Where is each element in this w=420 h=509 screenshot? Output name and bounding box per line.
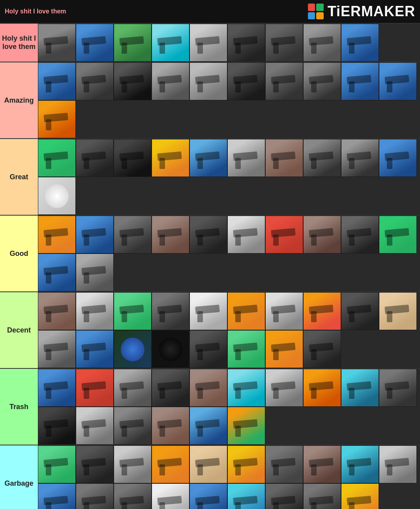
list-item <box>152 445 189 483</box>
list-item <box>38 254 76 291</box>
tier-label-trash: Trash <box>0 369 38 445</box>
tiermaker-text: TiERMAKER <box>328 3 415 20</box>
list-item <box>379 216 417 254</box>
list-item <box>265 62 303 100</box>
list-item <box>303 445 341 483</box>
list-item <box>38 216 76 254</box>
list-item <box>38 483 76 509</box>
list-item <box>341 24 379 62</box>
list-item <box>76 254 114 291</box>
list-item <box>189 292 227 330</box>
list-item <box>114 407 152 445</box>
tier-items-great <box>38 139 420 215</box>
list-item <box>38 62 76 100</box>
logo-cell-3 <box>308 12 315 20</box>
list-item <box>265 445 303 483</box>
list-item <box>341 139 379 177</box>
list-item <box>303 24 341 62</box>
list-item <box>341 369 379 407</box>
list-item <box>227 24 265 62</box>
logo-cell-2 <box>316 4 324 11</box>
list-item <box>265 216 303 254</box>
tier-row-great: Great <box>0 139 420 216</box>
list-item <box>114 483 152 509</box>
list-item <box>76 216 114 254</box>
list-item <box>38 177 76 215</box>
list-item <box>379 369 417 407</box>
logo-cell-4 <box>316 12 324 20</box>
list-item <box>152 369 189 407</box>
list-item <box>76 407 114 445</box>
tier-row-trash: Trash <box>0 369 420 445</box>
tier-row-holy-shit: Holy shit I love them <box>0 24 420 62</box>
list-item <box>227 216 265 254</box>
tier-label-good: Good <box>0 216 38 291</box>
tier-row-good: Good <box>0 216 420 292</box>
list-item <box>152 483 189 509</box>
list-item <box>189 369 227 407</box>
logo-cell-1 <box>308 4 315 11</box>
tier-items-garbage <box>38 445 420 509</box>
list-item <box>189 330 227 368</box>
list-item <box>152 330 189 368</box>
list-item <box>114 445 152 483</box>
tier-row-garbage: Garbage <box>0 445 420 509</box>
list-item <box>227 292 265 330</box>
tier-items-amazing <box>38 62 420 138</box>
tier-items-trash <box>38 369 420 445</box>
list-item <box>38 369 76 407</box>
list-item <box>341 62 379 100</box>
list-item <box>38 330 76 368</box>
tier-label-great: Great <box>0 139 38 215</box>
list-item <box>379 445 417 483</box>
list-item <box>114 216 152 254</box>
list-item <box>303 292 341 330</box>
list-item <box>341 483 379 509</box>
list-item <box>303 330 341 368</box>
list-item <box>341 292 379 330</box>
list-item <box>189 407 227 445</box>
list-item <box>114 292 152 330</box>
list-item <box>227 407 265 445</box>
tier-items-decent <box>38 292 420 368</box>
list-item <box>265 24 303 62</box>
tiermaker-logo: TiERMAKER <box>308 3 415 20</box>
list-item <box>227 483 265 509</box>
list-item <box>265 483 303 509</box>
list-item <box>38 100 76 138</box>
list-item <box>265 369 303 407</box>
list-item <box>189 216 227 254</box>
list-item <box>341 445 379 483</box>
tier-row-decent: Decent <box>0 292 420 369</box>
tier-items-good <box>38 216 420 291</box>
list-item <box>152 407 189 445</box>
list-item <box>379 292 417 330</box>
list-item <box>227 62 265 100</box>
list-item <box>227 369 265 407</box>
list-item <box>76 292 114 330</box>
list-item <box>38 139 76 177</box>
header: Holy shit I love them TiERMAKER <box>0 0 420 24</box>
list-item <box>114 369 152 407</box>
list-item <box>152 139 189 177</box>
list-item <box>76 483 114 509</box>
list-item <box>114 24 152 62</box>
list-item <box>76 445 114 483</box>
list-item <box>152 62 189 100</box>
list-item <box>379 139 417 177</box>
list-item <box>265 292 303 330</box>
tier-row-amazing: Amazing <box>0 62 420 139</box>
list-item <box>189 483 227 509</box>
list-item <box>189 24 227 62</box>
list-item <box>227 330 265 368</box>
list-item <box>38 24 76 62</box>
list-item <box>38 292 76 330</box>
list-item <box>114 330 152 368</box>
list-item <box>152 292 189 330</box>
tier-label-amazing: Amazing <box>0 62 38 138</box>
list-item <box>303 483 341 509</box>
list-item <box>152 24 189 62</box>
list-item <box>38 407 76 445</box>
header-title: Holy shit I love them <box>5 8 66 15</box>
list-item <box>76 139 114 177</box>
